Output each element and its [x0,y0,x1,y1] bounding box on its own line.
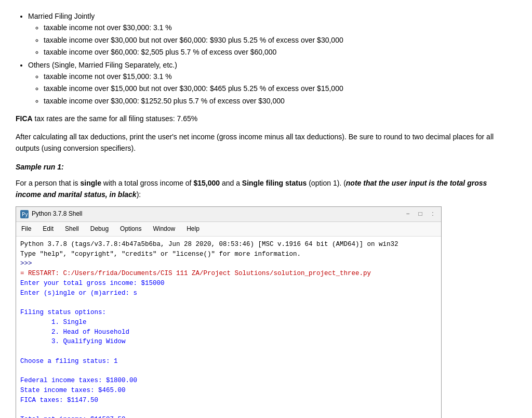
married-sub-item-1: taxable income not over $30,000: 3.1 % [44,22,514,33]
menu-help[interactable]: Help [184,223,202,235]
fica-rest: tax rates are the same for all filing st… [33,114,198,123]
after-calc-text: After calculating all tax deductions, pr… [16,131,514,154]
menu-debug[interactable]: Debug [88,223,111,235]
married-sub-list: taxable income not over $30,000: 3.1 % t… [44,22,514,58]
shell-line-net: Total net income: $11587.50 [20,415,437,418]
close-button-colon[interactable]: : [429,210,437,218]
sample-desc-status: Single filing status [242,179,307,187]
minimize-button[interactable]: − [404,210,412,218]
menu-shell[interactable]: Shell [63,223,81,235]
shell-line-blank-4 [20,406,437,415]
sample-description: For a person that is single with a total… [16,177,514,201]
shell-line-2: Type "help", "copyright", "credits" or "… [20,250,437,259]
shell-line-state: State income taxes: $465.00 [20,386,437,396]
married-sub-item-2: taxable income over $30,000 but not over… [44,34,514,46]
python-window-title: Python 3.7.8 Shell [32,209,82,219]
sample-desc-amount: $15,000 [193,179,220,187]
window-controls[interactable]: − □ : [404,210,437,218]
shell-line-1: Python 3.7.8 (tags/v3.7.8:4b47a5b6ba, Ju… [20,240,437,250]
python-icon: Py [20,210,29,218]
content-area: Married Filing Jointly taxable income no… [16,10,514,418]
list-item-married: Married Filing Jointly taxable income no… [28,10,514,58]
menu-options[interactable]: Options [118,223,143,235]
others-sub-item-1: taxable income not over $15,000: 3.1 % [44,71,514,82]
shell-line-3: >>> [20,259,437,269]
sample-run-italic: Sample run 1: [16,163,64,171]
titlebar-left: Py Python 3.7.8 Shell [20,209,82,219]
others-sub-item-3: taxable income over $30,000: $1252.50 pl… [44,95,514,107]
shell-line-blank-1 [20,298,437,308]
main-bullet-list: Married Filing Jointly taxable income no… [28,10,514,107]
married-sub-item-3: taxable income over $60,000: $2,505 plus… [44,46,514,58]
python-menubar: File Edit Shell Debug Options Window Hel… [16,222,441,237]
sample-desc-and: and a [220,179,242,187]
shell-line-federal: Federal income taxes: $1800.00 [20,376,437,386]
fica-line: FICA tax rates are the same for all fili… [16,113,514,124]
shell-line-option-2: 2. Head of Household [20,328,437,337]
python-titlebar: Py Python 3.7.8 Shell − □ : [16,207,441,221]
shell-line-blank-2 [20,347,437,357]
married-label: Married Filing Jointly [28,12,95,20]
shell-line-5: Enter your total gross income: $15000 [20,279,437,289]
sample-desc-single: single [81,179,101,187]
menu-edit[interactable]: Edit [41,223,56,235]
menu-file[interactable]: File [19,223,33,235]
shell-line-filing-header: Filing status options: [20,308,437,318]
shell-line-6: Enter (s)ingle or (m)arried: s [20,289,437,298]
sample-desc-prefix: For a person that is [16,179,81,187]
others-sub-item-2: taxable income over $15,000 but not over… [44,83,514,94]
svg-text:Py: Py [22,212,28,217]
list-item-others: Others (Single, Married Filing Separatel… [28,59,514,107]
sample-desc-end: ): [137,190,141,199]
shell-line-blank-3 [20,367,437,376]
sample-desc-option: (option 1). ( [307,179,345,187]
python-shell-content[interactable]: Python 3.7.8 (tags/v3.7.8:4b47a5b6ba, Ju… [16,237,441,418]
sample-run-label: Sample run 1: [16,161,514,173]
shell-line-choose: Choose a filing status: 1 [20,357,437,367]
shell-line-option-1: 1. Single [20,318,437,328]
shell-line-option-3: 3. Qualifying Widow [20,337,437,347]
shell-line-4: = RESTART: C:/Users/frida/Documents/CIS … [20,269,437,279]
maximize-button[interactable]: □ [416,210,424,218]
sample-desc-mid: with a total gross income of [101,179,193,187]
menu-window[interactable]: Window [151,223,177,235]
others-sub-list: taxable income not over $15,000: 3.1 % t… [44,71,514,107]
python-shell-window: Py Python 3.7.8 Shell − □ : File Edit Sh… [16,206,442,418]
others-label: Others (Single, Married Filing Separatel… [28,61,177,69]
fica-bold: FICA [16,114,33,123]
shell-line-fica: FICA taxes: $1147.50 [20,396,437,406]
